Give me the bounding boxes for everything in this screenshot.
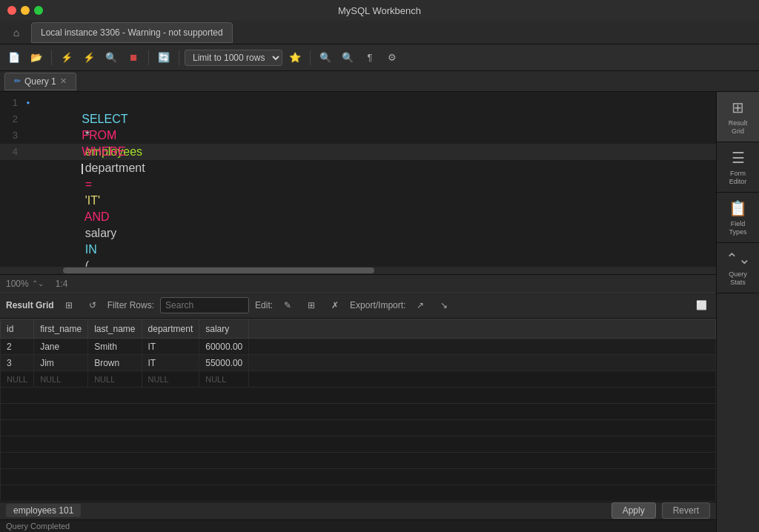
line-dot-1: ●: [24, 95, 33, 111]
refresh-btn[interactable]: 🔄: [154, 48, 173, 67]
new-file-btn[interactable]: 📄: [4, 48, 24, 67]
col-header-extra: [249, 319, 716, 339]
search2-btn[interactable]: 🔍: [338, 48, 357, 67]
query-tab[interactable]: ✏ Query 1 ✕: [4, 73, 76, 90]
line-num-3: 3: [0, 127, 24, 144]
revert-button[interactable]: Revert: [662, 502, 710, 519]
sidebar-label-field-types: FieldTypes: [729, 220, 746, 236]
table-row[interactable]: 2 Jane Smith IT 60000.00: [1, 339, 716, 355]
edit-icon-btn2[interactable]: ⊞: [302, 296, 320, 314]
explain-btn[interactable]: 🔍: [102, 48, 121, 67]
grid-icon-btn[interactable]: ⊞: [60, 296, 78, 314]
export-label: Export/Import:: [350, 300, 405, 310]
sidebar-label-query-stats: QueryStats: [729, 270, 747, 287]
cursor-pos: 1:4: [56, 279, 68, 289]
results-table: id first_name last_name department salar…: [0, 319, 716, 502]
results-area: Result Grid ⊞ ↺ Filter Rows: Edit: ✎ ⊞ ✗…: [0, 292, 716, 502]
table-empty-row: [1, 420, 716, 436]
bottom-tab[interactable]: employees 101: [6, 504, 81, 517]
main-toolbar: 📄 📂 ⚡ ⚡ 🔍 ⏹ 🔄 Limit to 10 rowsLimit to 1…: [0, 44, 759, 71]
editor-status: 100% ⌃⌄ 1:4: [0, 274, 716, 292]
cell-fn-2: Jim: [34, 355, 88, 371]
open-file-btn[interactable]: 📂: [27, 48, 46, 67]
sidebar-item-form-editor[interactable]: ☰ FormEditor: [717, 142, 760, 193]
cell-id-1: 2: [1, 339, 34, 355]
zoom-chevron[interactable]: ⌃⌄: [32, 279, 44, 287]
table-empty-row: [1, 388, 716, 404]
h-scrollbar[interactable]: [0, 267, 716, 274]
grid-icon: ⊞: [732, 99, 744, 116]
table-body: 2 Jane Smith IT 60000.00 3 Jim Brown: [1, 339, 716, 502]
connection-tab[interactable]: Local instance 3306 - Warning - not supp…: [31, 22, 233, 43]
edit-icon-btn3[interactable]: ✗: [326, 296, 344, 314]
cell-ln-2: Brown: [88, 355, 142, 371]
editor-line-3: 3 WHERE department = 'IT' AND salary IN …: [0, 127, 716, 144]
title-bar: MySQL Workbench: [0, 0, 759, 21]
query-tab-label: Query 1: [24, 76, 56, 87]
refresh-icon-btn[interactable]: ↺: [84, 296, 102, 314]
results-toolbar: Result Grid ⊞ ↺ Filter Rows: Edit: ✎ ⊞ ✗…: [0, 292, 716, 319]
settings-btn[interactable]: ⚙: [382, 48, 402, 67]
search-btn[interactable]: 🔍: [316, 48, 335, 67]
results-table-container[interactable]: id first_name last_name department salar…: [0, 319, 716, 502]
sep4: [310, 50, 311, 65]
edit-icon-btn1[interactable]: ✎: [279, 296, 296, 314]
editor-line-2: 2 FROM employees: [0, 111, 716, 127]
sep2: [148, 50, 149, 65]
sidebar-label-form-editor: FormEditor: [729, 170, 747, 186]
content-area: 1 ● SELECT * 2 FROM employees: [0, 92, 759, 532]
limit-select[interactable]: Limit to 10 rowsLimit to 100 rowsLimit t…: [185, 50, 282, 66]
stats-icon: ⌃⌄: [726, 250, 751, 267]
format-btn[interactable]: ¶: [360, 48, 380, 67]
cell-id-2: 3: [1, 355, 34, 371]
sidebar-item-query-stats[interactable]: ⌃⌄ QueryStats: [717, 243, 760, 293]
line-num-2: 2: [0, 111, 24, 127]
sidebar-item-result-grid[interactable]: ⊞ ResultGrid: [717, 92, 760, 142]
zoom-control[interactable]: 100% ⌃⌄: [6, 279, 44, 289]
sql-editor[interactable]: 1 ● SELECT * 2 FROM employees: [0, 92, 716, 292]
window-controls[interactable]: [7, 6, 43, 15]
home-button[interactable]: ⌂: [4, 22, 28, 43]
editor-empty-space: [0, 163, 716, 267]
close-button[interactable]: [7, 6, 16, 15]
add-bookmark-btn[interactable]: ⭐: [285, 48, 305, 67]
export-icon-btn2[interactable]: ↘: [435, 296, 453, 314]
status-message: Query Completed: [6, 522, 70, 531]
cell-sal-1: 60000.00: [199, 339, 249, 355]
cell-dept-1: IT: [142, 339, 199, 355]
cell-null-dept: NULL: [142, 371, 199, 388]
run-btn[interactable]: ⚡: [57, 48, 76, 67]
cell-extra-1: [249, 339, 716, 355]
stop-btn[interactable]: ⏹: [124, 48, 143, 67]
editor-line-1: 1 ● SELECT *: [0, 95, 716, 111]
table-head: id first_name last_name department salar…: [1, 319, 716, 339]
cell-fn-1: Jane: [34, 339, 88, 355]
maximize-button[interactable]: [34, 6, 43, 15]
sidebar-item-field-types[interactable]: 📋 FieldTypes: [717, 193, 760, 243]
app-title: MySQL Workbench: [338, 5, 421, 16]
editor-line-4: 4: [0, 144, 716, 160]
cell-null-ln: NULL: [88, 371, 142, 388]
editor-lines: 1 ● SELECT * 2 FROM employees: [0, 92, 716, 163]
cell-dept-2: IT: [142, 355, 199, 371]
table-null-row[interactable]: NULL NULL NULL NULL NULL: [1, 371, 716, 388]
run-selection-btn[interactable]: ⚡: [79, 48, 99, 67]
query-tab-bar: ✏ Query 1 ✕: [0, 71, 759, 92]
cell-ln-1: Smith: [88, 339, 142, 355]
apply-button[interactable]: Apply: [611, 502, 656, 519]
filter-label: Filter Rows:: [107, 300, 154, 310]
export-icon-btn1[interactable]: ↗: [411, 296, 429, 314]
result-grid-tab[interactable]: Result Grid: [6, 300, 54, 310]
table-empty-row: [1, 485, 716, 502]
filter-search-input[interactable]: [160, 297, 249, 313]
cell-null-sal: NULL: [199, 371, 249, 388]
table-row[interactable]: 3 Jim Brown IT 55000.00: [1, 355, 716, 371]
h-scrollbar-thumb[interactable]: [63, 267, 374, 273]
expand-icon-btn[interactable]: ⬜: [692, 296, 710, 314]
table-empty-row: [1, 453, 716, 469]
main-layout: ⌂ Local instance 3306 - Warning - not su…: [0, 21, 759, 532]
minimize-button[interactable]: [21, 6, 30, 15]
bottom-buttons: Apply Revert: [611, 502, 710, 519]
connection-tab-label: Local instance 3306 - Warning - not supp…: [41, 27, 223, 38]
table-empty-row: [1, 469, 716, 485]
